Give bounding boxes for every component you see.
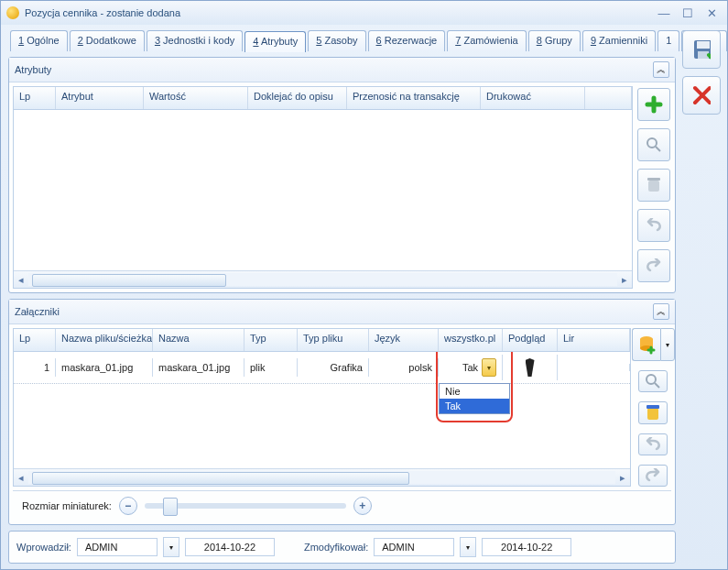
redo-attachment-button[interactable] [638, 465, 668, 487]
svg-rect-9 [647, 408, 658, 420]
app-window: Pozycja cennika - zostanie dodana — ☐ ✕ … [0, 0, 728, 570]
modified-date: 2014-10-22 [482, 538, 571, 556]
col2-typ[interactable]: Typ [244, 329, 298, 351]
panel-atrybuty-collapse[interactable]: ︽ [653, 61, 669, 78]
add-attachment-split-button[interactable]: ▾ [632, 328, 675, 361]
hscroll2-thumb[interactable] [32, 472, 409, 485]
svg-rect-3 [647, 178, 660, 181]
modified-label: Zmodyfikował: [304, 542, 368, 553]
col2-wszystko[interactable]: wszystko.pl [439, 329, 503, 351]
col-przenosic[interactable]: Przenosić na transakcję [347, 87, 481, 109]
col2-typpliku[interactable]: Typ pliku [298, 329, 369, 351]
col2-lp[interactable]: Lp [14, 329, 56, 351]
thumbnail-icon [526, 358, 535, 377]
hscroll-thumb[interactable] [32, 274, 226, 287]
col-drukowac[interactable]: Drukować [481, 87, 585, 109]
tab-dodatkowe[interactable]: 2 Dodatkowe [70, 30, 145, 51]
cell-nazwa: maskara_01.jpg [153, 358, 244, 377]
arrow-redo-icon [645, 257, 663, 275]
atrybuty-toolbar [636, 86, 671, 289]
cell-lir [558, 364, 630, 371]
tab-zamienniki[interactable]: 9 Zamienniki [582, 30, 656, 51]
modified-by-dropdown[interactable]: ▾ [460, 537, 476, 557]
tab-jednostki[interactable]: 3 Jednostki i kody [147, 30, 243, 51]
close-button[interactable]: ✕ [701, 5, 722, 20]
add-attachment-button[interactable] [632, 328, 660, 361]
dropdown-toggle[interactable]: ▾ [482, 358, 496, 377]
cell-path: maskara_01.jpg [56, 358, 153, 377]
grid-zalaczniki[interactable]: Lp Nazwa pliku/ścieżka Nazwa Typ Typ pli… [13, 328, 631, 487]
col-doklejac[interactable]: Doklejać do opisu [248, 87, 347, 109]
delete-attachment-button[interactable] [638, 401, 668, 423]
col2-jezyk[interactable]: Język [369, 329, 439, 351]
cell-typ: plik [244, 358, 298, 377]
footer-bar: Wprowadził: ADMIN ▾ 2014-10-22 Zmodyfiko… [8, 531, 676, 564]
hscroll-zalaczniki[interactable]: ◂ ▸ [14, 468, 630, 486]
col-wartosc[interactable]: Wartość [144, 87, 248, 109]
tab-ogolne[interactable]: 1 Ogólne [10, 30, 68, 51]
trash-color-icon [644, 403, 662, 422]
col2-podglad[interactable]: Podgląd [503, 329, 558, 351]
hscroll-left-icon[interactable]: ◂ [14, 273, 28, 286]
plus-icon [645, 95, 663, 114]
hscroll2-left-icon[interactable]: ◂ [14, 471, 28, 484]
cell-typpliku: Grafika [298, 358, 369, 377]
tab-atrybuty[interactable]: 4 Atrybuty [244, 31, 306, 52]
slider-knob[interactable] [163, 498, 178, 516]
window-title: Pozycja cennika - zostanie dodana [25, 7, 650, 18]
col2-nazwa[interactable]: Nazwa [153, 329, 244, 351]
panel-atrybuty: Atrybuty ︽ Lp Atrybut Wartość Doklejać d… [8, 57, 676, 293]
add-button[interactable] [637, 88, 670, 121]
table-row[interactable]: 1 maskara_01.jpg maskara_01.jpg plik Gra… [14, 352, 630, 384]
tab-rezerwacje[interactable]: 6 Rezerwacje [368, 30, 446, 51]
arrow-undo-icon [644, 435, 662, 454]
col-atrybut[interactable]: Atrybut [56, 87, 144, 109]
col2-path[interactable]: Nazwa pliku/ścieżka [56, 329, 153, 351]
arrow-redo-icon [644, 466, 662, 485]
tab-grupy[interactable]: 8 Grupy [528, 30, 581, 51]
panel-zalaczniki-collapse[interactable]: ︽ [653, 303, 669, 320]
thumbnail-larger-button[interactable]: + [353, 497, 372, 515]
grid-atrybuty[interactable]: Lp Atrybut Wartość Doklejać do opisu Prz… [13, 86, 633, 289]
minimize-button[interactable]: — [654, 5, 674, 20]
close-icon [692, 86, 711, 104]
maximize-button[interactable]: ☐ [678, 5, 698, 20]
redo-button[interactable] [637, 249, 670, 282]
tab-zamowienia[interactable]: 7 Zamówienia [447, 30, 527, 51]
undo-button[interactable] [637, 209, 670, 242]
svg-rect-2 [648, 181, 659, 192]
add-attachment-dropdown[interactable]: ▾ [660, 328, 675, 361]
cancel-button[interactable] [682, 76, 721, 115]
created-label: Wprowadził: [16, 542, 71, 553]
tab-overflow[interactable]: 1 [657, 30, 679, 51]
cell-lp: 1 [14, 358, 56, 377]
window-action-bar [681, 30, 722, 564]
undo-attachment-button[interactable] [638, 433, 668, 455]
preview-button[interactable] [638, 370, 668, 392]
search-button[interactable] [637, 128, 670, 161]
hscroll2-right-icon[interactable]: ▸ [615, 471, 630, 484]
dropdown-option-nie[interactable]: Nie [440, 384, 509, 399]
zalaczniki-toolbar: ▾ [635, 328, 671, 487]
dropdown-wszystko[interactable]: Nie Tak [439, 383, 510, 414]
modified-by: ADMIN [374, 538, 454, 556]
magnifier-icon [645, 136, 663, 154]
delete-button[interactable] [637, 169, 670, 202]
hscroll-right-icon[interactable]: ▸ [617, 273, 632, 286]
created-by-dropdown[interactable]: ▾ [163, 537, 179, 557]
arrow-undo-icon [645, 216, 663, 235]
col2-lir[interactable]: Lir [558, 329, 630, 351]
dropdown-option-tak[interactable]: Tak [440, 399, 509, 413]
col-extra[interactable] [585, 87, 632, 109]
cell-podglad [503, 355, 558, 380]
save-button[interactable] [682, 30, 721, 69]
svg-point-0 [647, 138, 657, 148]
thumbnail-size-slider[interactable] [145, 503, 346, 509]
svg-line-8 [655, 383, 659, 388]
hscroll-atrybuty[interactable]: ◂ ▸ [14, 270, 632, 288]
tab-zasoby[interactable]: 5 Zasoby [308, 30, 365, 51]
col-lp[interactable]: Lp [14, 87, 56, 109]
cell-wszystko[interactable]: Tak ▾ [439, 355, 503, 380]
thumbnail-smaller-button[interactable]: − [119, 497, 137, 515]
app-icon [6, 6, 19, 19]
